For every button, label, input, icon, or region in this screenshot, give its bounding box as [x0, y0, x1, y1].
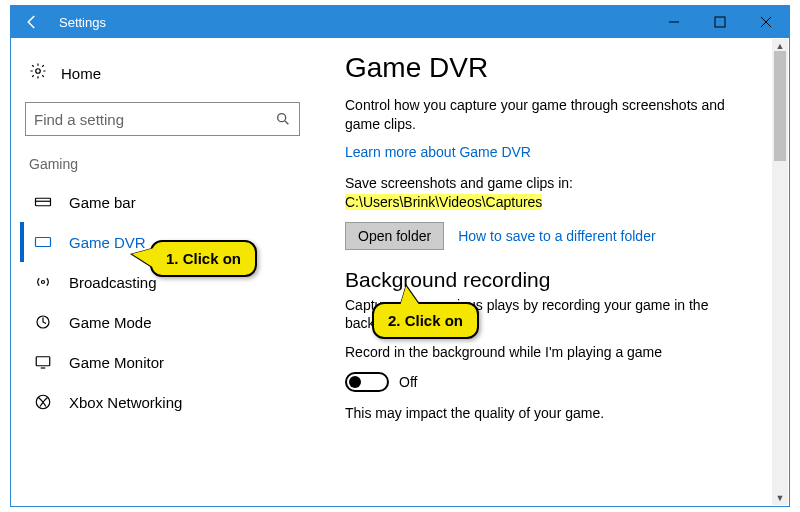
sidebar-item-xbox-networking[interactable]: Xbox Networking [25, 382, 313, 422]
sidebar-item-label: Game Monitor [69, 354, 164, 371]
dvr-icon [31, 235, 55, 249]
broadcast-icon [31, 273, 55, 291]
toggle-knob [349, 376, 361, 388]
svg-point-3 [278, 114, 286, 122]
svg-rect-7 [36, 238, 51, 247]
svg-point-8 [42, 281, 45, 284]
intro-text: Control how you capture your game throug… [345, 96, 725, 134]
learn-more-link[interactable]: Learn more about Game DVR [345, 144, 531, 160]
page-title: Game DVR [345, 52, 765, 84]
howto-link[interactable]: How to save to a different folder [458, 228, 655, 244]
home-button[interactable]: Home [25, 56, 313, 90]
sidebar-item-label: Broadcasting [69, 274, 157, 291]
back-arrow-icon [23, 13, 41, 31]
sidebar-item-label: Game Mode [69, 314, 152, 331]
svg-rect-10 [36, 357, 50, 366]
xbox-icon [31, 393, 55, 411]
sidebar-item-label: Game bar [69, 194, 136, 211]
svg-rect-5 [36, 198, 51, 206]
save-label: Save screenshots and game clips in: [345, 175, 573, 191]
search-placeholder: Find a setting [34, 111, 275, 128]
callout-tail [132, 248, 154, 268]
sidebar-item-label: Xbox Networking [69, 394, 182, 411]
toggle-state: Off [399, 374, 417, 390]
impact-text: This may impact the quality of your game… [345, 404, 725, 423]
scrollbar[interactable]: ▲ ▼ [772, 39, 788, 505]
game-bar-icon [31, 195, 55, 209]
sidebar-item-game-bar[interactable]: Game bar [25, 182, 313, 222]
back-button[interactable] [11, 6, 53, 38]
monitor-icon [31, 354, 55, 370]
callout-tail [400, 286, 420, 306]
close-button[interactable] [743, 6, 789, 38]
game-mode-icon [31, 313, 55, 331]
open-folder-button[interactable]: Open folder [345, 222, 444, 250]
scroll-down-button[interactable]: ▼ [772, 491, 788, 505]
home-label: Home [61, 65, 101, 82]
titlebar: Settings [11, 6, 789, 38]
settings-window: Settings Home Find a setting Gaming Game… [10, 5, 790, 507]
svg-point-2 [36, 69, 41, 74]
sidebar-item-game-mode[interactable]: Game Mode [25, 302, 313, 342]
window-controls [651, 6, 789, 38]
save-path: C:\Users\Brink\Videos\Captures [345, 194, 542, 210]
sidebar-item-game-monitor[interactable]: Game Monitor [25, 342, 313, 382]
minimize-button[interactable] [651, 6, 697, 38]
bg-toggle[interactable] [345, 372, 389, 392]
svg-rect-1 [715, 17, 725, 27]
window-body: Home Find a setting Gaming Game bar Game… [11, 38, 789, 506]
maximize-button[interactable] [697, 6, 743, 38]
scroll-thumb[interactable] [774, 51, 786, 161]
active-indicator [20, 222, 24, 262]
callout-text: 2. Click on [388, 312, 463, 329]
annotation-callout-1: 1. Click on [150, 240, 257, 277]
folder-row: Open folder How to save to a different f… [345, 222, 765, 250]
svg-line-4 [285, 121, 288, 124]
window-title: Settings [53, 15, 651, 30]
search-icon [275, 111, 291, 127]
bg-toggle-row: Off [345, 372, 765, 392]
category-label: Gaming [29, 156, 313, 172]
save-location-text: Save screenshots and game clips in: C:\U… [345, 174, 725, 212]
annotation-callout-2: 2. Click on [372, 302, 479, 339]
gear-icon [29, 62, 47, 84]
content-pane: Game DVR Control how you capture your ga… [321, 38, 789, 506]
callout-text: 1. Click on [166, 250, 241, 267]
search-input[interactable]: Find a setting [25, 102, 300, 136]
bg-toggle-label: Record in the background while I'm playi… [345, 343, 725, 362]
